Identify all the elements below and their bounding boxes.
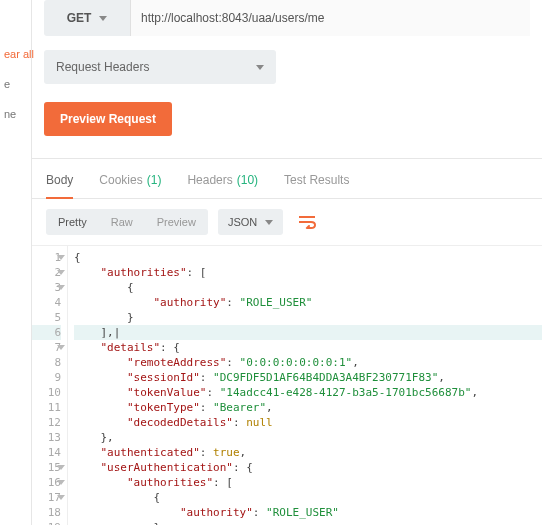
main-panel: GET Request Headers Preview Request Body…: [32, 0, 542, 525]
tab-body[interactable]: Body: [46, 173, 73, 199]
view-raw[interactable]: Raw: [99, 209, 145, 235]
preview-request-button[interactable]: Preview Request: [44, 102, 172, 136]
caret-down-icon: [265, 220, 273, 225]
view-preview[interactable]: Preview: [145, 209, 208, 235]
tab-headers-count: (10): [237, 173, 258, 188]
url-input[interactable]: [130, 0, 530, 36]
caret-down-icon: [256, 65, 264, 70]
view-pretty[interactable]: Pretty: [46, 209, 99, 235]
history-sidebar: ear all e ne: [0, 0, 32, 525]
wrap-lines-icon[interactable]: [293, 209, 321, 235]
clear-all-link[interactable]: ear all: [4, 48, 27, 60]
http-method-label: GET: [67, 11, 92, 25]
response-tabs: Body Cookies (1) Headers (10) Test Resul…: [32, 159, 542, 199]
http-method-select[interactable]: GET: [44, 0, 130, 36]
tab-headers[interactable]: Headers (10): [187, 173, 258, 198]
tab-headers-label: Headers: [187, 173, 232, 188]
request-builder: GET Request Headers Preview Request: [32, 0, 542, 159]
caret-down-icon: [99, 16, 107, 21]
tab-cookies-count: (1): [147, 173, 162, 188]
request-headers-dropdown[interactable]: Request Headers: [44, 50, 276, 84]
body-view-controls: Pretty Raw Preview JSON: [32, 199, 542, 246]
sidebar-fragment-ne[interactable]: ne: [4, 108, 27, 120]
format-select[interactable]: JSON: [218, 209, 283, 235]
url-row: GET: [44, 0, 530, 36]
sidebar-fragment-e[interactable]: e: [4, 78, 27, 90]
view-mode-group: Pretty Raw Preview: [46, 209, 208, 235]
tab-cookies-label: Cookies: [99, 173, 142, 188]
request-headers-label: Request Headers: [56, 60, 149, 74]
response-body-viewer[interactable]: 123456789101112131415161718192021 { "aut…: [32, 246, 542, 525]
code-content[interactable]: { "authorities": [ { "authority": "ROLE_…: [68, 246, 542, 525]
format-label: JSON: [228, 216, 257, 228]
line-gutter: 123456789101112131415161718192021: [32, 246, 68, 525]
tab-cookies[interactable]: Cookies (1): [99, 173, 161, 198]
tab-test-results[interactable]: Test Results: [284, 173, 349, 198]
